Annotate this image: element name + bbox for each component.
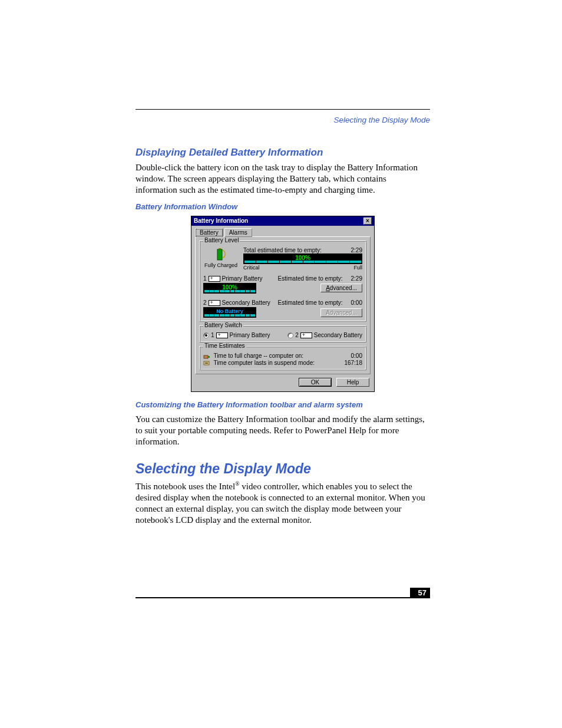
- window-title: Battery Information: [194, 218, 248, 224]
- para-display-mode: This notebook uses the Intel® video cont…: [135, 480, 430, 526]
- help-button[interactable]: Help: [336, 378, 369, 387]
- advanced-secondary-button: Advanced...: [320, 308, 362, 317]
- page-content: Selecting the Display Mode Displaying De…: [135, 109, 430, 531]
- secondary-est-label: Estimated time to empty:: [278, 299, 343, 306]
- para-battery-info: Double-click the battery icon on the tas…: [135, 162, 430, 196]
- primary-est-value: 2:29: [351, 275, 362, 282]
- ok-button[interactable]: OK: [299, 378, 332, 387]
- footer: 57: [135, 597, 430, 598]
- figure-caption: Battery Information Window: [135, 202, 430, 211]
- heading-battery-info: Displaying Detailed Battery Information: [135, 147, 430, 159]
- total-est-label: Total estimated time to empty:: [243, 247, 322, 253]
- plug-icon: [203, 354, 210, 360]
- tab-alarms[interactable]: Alarms: [224, 228, 252, 237]
- radio-secondary[interactable]: 2 Secondary Battery: [287, 332, 362, 338]
- heading-display-mode: Selecting the Display Mode: [135, 461, 430, 477]
- close-icon[interactable]: ×: [363, 218, 372, 225]
- secondary-meter: No Battery: [203, 307, 256, 318]
- svg-rect-2: [204, 355, 208, 358]
- primary-pct: 100%: [204, 284, 256, 291]
- titlebar: Battery Information ×: [191, 216, 374, 226]
- registered-symbol: ®: [235, 480, 239, 487]
- suspend-icon: [203, 360, 210, 366]
- battery-chip-icon: [216, 332, 228, 338]
- dialog-figure: Battery Information × Battery Alarms Bat…: [135, 216, 430, 392]
- est-row2-value: 167:18: [344, 360, 362, 366]
- svg-rect-5: [205, 363, 208, 364]
- primary-label: 1Primary Battery: [203, 275, 262, 282]
- para-customizing: You can customize the Battery Informatio…: [135, 414, 430, 448]
- total-est-value: 2:29: [351, 247, 362, 253]
- battery-status: Fully Charged: [203, 262, 239, 268]
- battery-chip-icon: [209, 300, 220, 306]
- est-row1-value: 0:00: [351, 353, 362, 359]
- secondary-label: 2Secondary Battery: [203, 299, 270, 306]
- group-title-level: Battery Level: [203, 237, 240, 243]
- primary-meter: 100%: [203, 283, 256, 294]
- svg-rect-1: [219, 248, 221, 249]
- heading-customizing: Customizing the Battery Information tool…: [135, 400, 430, 409]
- group-battery-level: Battery Level Fully C: [199, 241, 366, 322]
- battery-icon: [216, 247, 226, 261]
- battery-chip-icon: [300, 332, 312, 338]
- total-pct: 100%: [244, 255, 362, 261]
- group-title-switch: Battery Switch: [203, 322, 243, 328]
- tab-panel: Battery Level Fully C: [195, 236, 371, 374]
- advanced-primary-button[interactable]: Advanced...: [320, 284, 362, 292]
- primary-est-label: Estimated time to empty:: [278, 275, 343, 282]
- est-row2-label: Time computer lasts in suspend mode:: [214, 360, 315, 366]
- svg-rect-0: [217, 249, 222, 260]
- group-battery-switch: Battery Switch 1 Primary Battery 2 Secon…: [199, 325, 366, 342]
- top-rule: [135, 109, 430, 110]
- battery-info-window: Battery Information × Battery Alarms Bat…: [191, 216, 375, 392]
- scale-low: Critical: [243, 265, 260, 271]
- tab-battery[interactable]: Battery: [195, 228, 223, 237]
- total-meter: 100%: [243, 253, 362, 264]
- secondary-est-value: 0:00: [351, 299, 362, 306]
- group-time-estimates: Time Estimates Time to full charge -- co…: [199, 346, 366, 370]
- battery-chip-icon: [209, 276, 220, 282]
- page-number: 57: [410, 588, 430, 598]
- est-row1-label: Time to full charge -- computer on:: [214, 353, 303, 359]
- svg-rect-3: [208, 356, 210, 358]
- running-header: Selecting the Display Mode: [135, 116, 430, 124]
- secondary-status: No Battery: [204, 308, 256, 314]
- group-title-estimates: Time Estimates: [203, 342, 246, 349]
- radio-primary[interactable]: 1 Primary Battery: [203, 332, 270, 338]
- scale-high: Full: [353, 265, 362, 271]
